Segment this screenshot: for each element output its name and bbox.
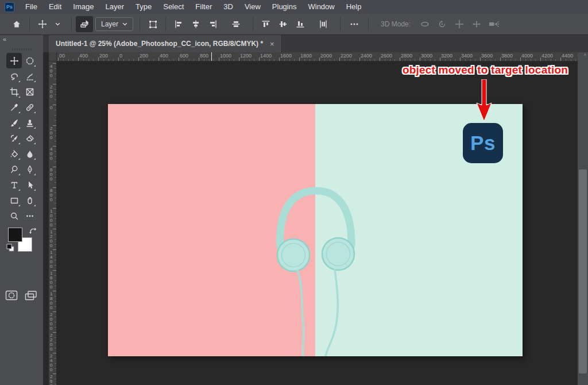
screen-mode-button[interactable] [24,290,38,303]
tool-zoom[interactable] [6,208,22,224]
ruler-tick [55,151,56,152]
vertical-ruler[interactable]: 4 0 02 0 002 0 04 0 06 0 08 0 01 0 0 01 … [49,61,57,385]
menu-item-edit[interactable]: Edit [43,0,67,14]
tool-elliptical-marquee[interactable] [22,53,37,68]
collapse-panel-button[interactable]: « [3,36,6,43]
ruler-label: 600 [180,53,188,59]
show-transform-controls-toggle[interactable] [144,16,161,32]
ruler-label: 2400 [361,53,372,59]
auto-select-target-value: Layer [101,20,118,28]
swap-colors-button[interactable] [29,226,37,237]
menu-item-file[interactable]: File [20,0,43,14]
menu-item-help[interactable]: Help [341,0,368,14]
distribute-vertical-centers-icon [231,20,241,29]
ruler-tick [455,59,455,61]
ruler-tick [68,59,69,61]
canvas[interactable]: Ps [108,104,523,356]
default-colors-button[interactable] [6,244,15,255]
ruler-tick [505,59,506,61]
document-workspace[interactable]: 0040020002004006008001000120014001600180… [43,52,588,385]
ruler-label: 2600 [381,53,392,59]
ruler-tick [425,59,425,61]
align-left-button[interactable] [170,16,187,32]
menu-item-layer[interactable]: Layer [100,0,130,14]
ruler-tick [566,59,566,61]
menu-item-type[interactable]: Type [130,0,157,14]
tool-preset-chevron[interactable] [49,16,66,32]
ruler-origin-corner[interactable] [49,52,57,61]
tool-object-selection[interactable] [22,68,37,84]
tool-dodge[interactable] [6,161,22,177]
tool-clone-stamp[interactable] [22,115,37,130]
scrollbar-caret-icon[interactable]: ^ [584,53,586,59]
chevron-down-icon [55,22,60,26]
ruler-label: 2 6 0 0 [50,375,52,385]
tool-paint-bucket[interactable] [6,146,22,161]
tool-crop[interactable] [6,84,22,99]
auto-select-toggle[interactable] [76,16,93,32]
more-align-options-button[interactable] [345,16,364,32]
tool-pen[interactable] [22,161,37,177]
quick-mask-icon [5,290,18,301]
tool-edit-toolbar[interactable] [22,208,37,224]
foreground-color-swatch[interactable] [8,228,22,242]
panel-grip[interactable] [12,48,32,51]
menu-item-plugins[interactable]: Plugins [266,0,303,14]
ruler-tick [334,59,335,61]
quick-mask-button[interactable] [5,290,18,303]
ruler-tick [284,59,285,61]
ruler-tick [415,59,415,61]
tool-path-selection[interactable] [22,177,37,192]
tool-spot-healing-brush[interactable] [22,99,37,115]
menu-item-filter[interactable]: Filter [189,0,218,14]
3d-roll-button [434,16,451,32]
ruler-tick [374,59,375,61]
ruler-tick [55,192,56,193]
ruler-tick [53,374,56,374]
swap-colors-icon [29,227,37,234]
menu-item-image[interactable]: Image [67,0,99,14]
tool-move[interactable] [6,53,22,68]
align-top-button[interactable] [257,16,274,32]
3d-slide-icon [471,19,482,29]
vertical-scrollbar-thumb[interactable] [579,170,587,374]
tool-eraser[interactable] [22,130,37,146]
menu-item-3d[interactable]: 3D [218,0,239,14]
options-bar: Layer [0,14,588,35]
ruler-tick [189,59,189,61]
moved-ps-icon-layer[interactable]: Ps [463,123,503,163]
ruler-tick [78,57,79,61]
align-vertical-centers-button[interactable] [274,16,292,32]
tool-type[interactable] [6,177,22,192]
distribute-horizontal-centers-button[interactable] [315,16,332,32]
ruler-tick [55,296,56,297]
tool-hand[interactable] [22,192,37,208]
menu-item-select[interactable]: Select [157,0,189,14]
ruler-label: 2200 [341,53,352,59]
close-tab-button[interactable]: × [270,40,274,48]
tool-frame[interactable] [22,84,37,99]
ruler-tick [209,59,210,61]
tool-lasso[interactable] [6,68,22,84]
tool-eyedropper[interactable] [6,99,22,115]
distribute-vertical-centers-button[interactable] [227,16,245,32]
auto-select-target-dropdown[interactable]: Layer [95,17,133,31]
ruler-tick [470,59,471,61]
menu-item-view[interactable]: View [239,0,266,14]
home-button[interactable] [8,16,25,32]
ruler-tick [485,59,486,61]
horizontal-ruler[interactable]: 0040020002004006008001000120014001600180… [57,52,578,61]
ruler-tick [345,59,345,61]
menu-item-window[interactable]: Window [302,0,340,14]
ruler-tick [184,59,184,61]
align-bottom-button[interactable] [292,16,309,32]
tool-blur[interactable] [22,146,37,161]
tool-history-brush[interactable] [6,130,22,146]
align-right-button[interactable] [204,16,222,32]
vertical-scrollbar[interactable]: ^ [578,52,588,385]
align-horizontal-centers-button[interactable] [187,16,204,32]
ruler-tick [55,327,56,328]
tool-brush[interactable] [6,115,22,130]
tool-rectangle[interactable] [6,192,22,208]
document-tab[interactable]: Untitled-1 @ 25% (Adobe_Photoshop_CC_ico… [49,35,282,52]
